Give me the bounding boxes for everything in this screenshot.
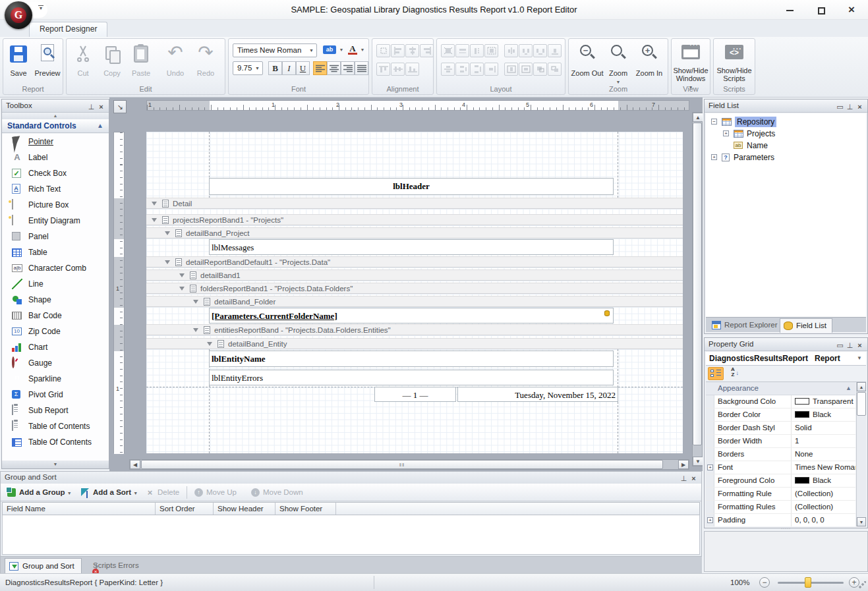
collapse-expander-icon[interactable]: − xyxy=(711,119,717,125)
align-bottoms-button[interactable] xyxy=(405,63,419,76)
resize-grip[interactable] xyxy=(858,581,866,589)
band-collapse-icon[interactable] xyxy=(165,231,170,235)
toolbox-item-check-box[interactable]: ✓Check Box xyxy=(2,165,109,181)
scroll-up-icon[interactable]: ▲ xyxy=(693,113,703,122)
property-row-padding[interactable]: + Padding 0, 0, 0, 0 xyxy=(706,514,855,526)
scroll-thumb[interactable] xyxy=(857,392,866,416)
toolbox-item-label[interactable]: ALabel xyxy=(2,150,109,165)
underline-button[interactable]: U xyxy=(296,61,310,75)
add-group-button[interactable]: Add a Group ▼ xyxy=(5,486,76,499)
scroll-left-icon[interactable]: ◀ xyxy=(130,460,140,469)
band-strip-detailReportBandDefault1[interactable]: detailReportBandDefault1 - "Projects.Dat… xyxy=(146,256,683,267)
property-row-borders[interactable]: Borders None xyxy=(706,448,855,461)
property-row-foreground-color[interactable]: Foreground Colo Black xyxy=(706,474,855,488)
property-row-formatting-rules[interactable]: Formatting Rules (Collection) xyxy=(706,501,855,514)
property-row-background-color[interactable]: Background Colo Transparent xyxy=(706,395,855,408)
toolbox-item-pointer[interactable]: Pointer xyxy=(2,134,109,150)
font-color-dropdown[interactable]: ▼ xyxy=(359,43,366,57)
detail-band-area[interactable] xyxy=(146,209,683,214)
toolbox-item-table-of-contents[interactable]: Table of Contents xyxy=(2,418,109,434)
property-row-formatting-rule[interactable]: Formatting Rule (Collection) xyxy=(706,488,855,501)
pin-icon[interactable]: ⊥ xyxy=(86,101,96,113)
property-row-border-color[interactable]: Border Color Black xyxy=(706,408,855,422)
expand-expander-icon[interactable]: + xyxy=(723,130,729,136)
property-row-font[interactable]: + Font Times New Roman,... xyxy=(706,461,855,474)
toolbox-item-table[interactable]: Table xyxy=(2,244,109,260)
combo-dropdown-icon[interactable]: ▼ xyxy=(309,44,314,57)
cut-button[interactable]: Cut xyxy=(69,42,97,82)
band-collapse-icon[interactable] xyxy=(179,273,185,277)
copy-button[interactable]: Copy xyxy=(98,42,126,82)
close-icon[interactable]: × xyxy=(689,473,699,484)
toolbox-item-chart[interactable]: Chart xyxy=(2,339,109,355)
align-center-button[interactable] xyxy=(327,61,341,75)
save-button[interactable]: Save xyxy=(5,42,32,82)
property-grid-scrollbar[interactable]: ▲ ▼ xyxy=(856,382,866,526)
align-to-grid-button[interactable] xyxy=(376,44,390,57)
chevron-down-icon[interactable]: ▼ xyxy=(857,352,862,365)
column-field-name[interactable]: Field Name xyxy=(3,503,156,515)
undo-button[interactable]: ↶ Undo xyxy=(161,42,189,82)
font-size-combo[interactable]: 9.75▼ xyxy=(233,61,263,75)
same-width-button[interactable] xyxy=(455,44,469,57)
add-sort-button[interactable]: Add a Sort ▼ xyxy=(78,486,142,499)
expand-icon[interactable]: + xyxy=(707,464,713,470)
control-lblEntityErrors[interactable]: lblEntityErrors xyxy=(209,370,614,385)
align-tops-button[interactable] xyxy=(376,63,390,76)
close-icon[interactable]: × xyxy=(96,101,106,113)
close-icon[interactable]: × xyxy=(855,339,865,352)
detailBand_Entity-area[interactable]: lblEntityName lblEntityErrors — 1 — Tues… xyxy=(146,349,683,453)
zoom-slider-thumb[interactable] xyxy=(805,577,811,588)
tree-node-projects[interactable]: + Projects xyxy=(706,128,866,140)
scroll-down-icon[interactable]: ▼ xyxy=(857,517,866,526)
delete-button[interactable]: × Delete xyxy=(143,486,183,499)
property-grid-object-selector[interactable]: DiagnosticsResultsReportReport ▼ xyxy=(706,352,866,366)
report-header-area[interactable]: lblHeader xyxy=(146,132,683,198)
font-color-button[interactable]: A xyxy=(346,43,359,57)
band-collapse-icon[interactable] xyxy=(152,202,157,206)
toolbox-item-gauge[interactable]: Gauge xyxy=(2,355,109,371)
minimize-button[interactable] xyxy=(780,3,799,17)
toolbox-item-panel[interactable]: Panel xyxy=(2,229,109,244)
column-sort-order[interactable]: Sort Order xyxy=(156,503,214,515)
remove-vertical-spacing-button[interactable] xyxy=(484,63,498,76)
tab-report-explorer[interactable]: Report Explorer xyxy=(709,318,783,333)
tab-report-designer[interactable]: Report Designer xyxy=(29,22,107,37)
move-up-button[interactable]: ↑ Move Up xyxy=(192,486,241,499)
zoom-out-button[interactable]: − Zoom Out xyxy=(571,42,603,82)
categorized-view-button[interactable] xyxy=(708,367,724,380)
band-collapse-icon[interactable] xyxy=(179,287,185,291)
increase-vertical-spacing-button[interactable] xyxy=(470,63,484,76)
increase-horizontal-spacing-button[interactable] xyxy=(533,44,547,57)
redo-button[interactable]: ↷ Redo xyxy=(192,42,219,82)
band-strip-detailBand_Project[interactable]: detailBand_Project xyxy=(146,227,683,239)
band-strip-detailBand_Folder[interactable]: detailBand_Folder xyxy=(146,296,683,307)
scroll-right-icon[interactable]: ▶ xyxy=(678,460,689,469)
align-middles-button[interactable] xyxy=(391,63,405,76)
align-lefts-button[interactable] xyxy=(391,44,405,57)
property-row-border-dash-style[interactable]: Border Dash Styl Solid xyxy=(706,422,855,435)
expand-expander-icon[interactable]: + xyxy=(711,154,717,160)
center-vertically-button[interactable] xyxy=(441,63,455,76)
combo-dropdown-icon[interactable]: ▼ xyxy=(255,62,260,74)
band-collapse-icon[interactable] xyxy=(193,300,198,304)
show-hide-scripts-button[interactable]: <> Show/HideScripts xyxy=(720,42,748,82)
band-collapse-icon[interactable] xyxy=(165,260,170,264)
highlight-dropdown[interactable]: ▼ xyxy=(338,43,345,57)
category-appearance[interactable]: Appearance▲ xyxy=(706,382,855,395)
align-centers-button[interactable] xyxy=(405,44,419,57)
detailBand_Folder-area[interactable]: [Parameters.CurrentFolderName] xyxy=(146,307,683,324)
column-show-header[interactable]: Show Header xyxy=(214,503,275,515)
same-height-button[interactable] xyxy=(470,44,484,57)
center-horizontal-in-window-button[interactable] xyxy=(504,63,518,76)
toolbox-item-sparkline[interactable]: Sparkline xyxy=(2,371,109,387)
tree-node-parameters[interactable]: + ? Parameters xyxy=(706,152,866,163)
center-horizontally-button[interactable] xyxy=(504,44,518,57)
window-icon[interactable]: ▭ xyxy=(835,101,845,113)
scroll-up-icon[interactable]: ▲ xyxy=(857,382,866,391)
toolbox-item-sub-report[interactable]: Sub Report xyxy=(2,403,109,418)
remove-horizontal-spacing-button[interactable] xyxy=(548,44,562,57)
column-show-footer[interactable]: Show Footer xyxy=(275,503,336,515)
control-lblMessages[interactable]: lblMessages xyxy=(209,239,614,255)
align-left-button[interactable] xyxy=(313,61,327,75)
